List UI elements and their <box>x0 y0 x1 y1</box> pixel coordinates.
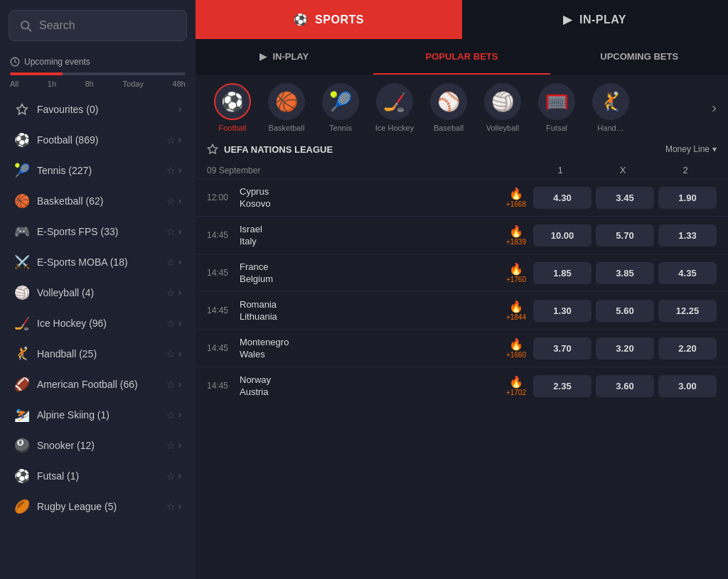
favourite-star-icon[interactable]: ☆ <box>166 226 176 237</box>
favourite-star-icon[interactable]: ☆ <box>166 379 176 390</box>
fire-icon: 🔥 <box>509 375 523 389</box>
favourite-star-icon[interactable]: ☆ <box>166 348 176 359</box>
odds-btn-1[interactable]: 1.30 <box>533 300 592 322</box>
match-teams: CyprusKosovo <box>240 186 499 209</box>
expand-chevron-icon[interactable]: › <box>178 349 181 359</box>
odds-btn-1[interactable]: 4.30 <box>533 187 592 209</box>
sidebar-item-rugby-league[interactable]: 🏉Rugby League (5)☆› <box>4 492 191 521</box>
expand-chevron-icon[interactable]: › <box>178 379 181 389</box>
odds-btn-x[interactable]: 3.85 <box>596 262 654 284</box>
sport-icon-ice-hockey[interactable]: 🏒Ice Hockey <box>369 83 420 132</box>
alpine-skiing-sport-icon: ⛷️ <box>14 407 30 423</box>
sidebar-item-basketball[interactable]: 🏀Basketball (62)☆› <box>4 186 191 216</box>
odds-btn-1[interactable]: 10.00 <box>533 224 592 247</box>
sport-icon-futsal[interactable]: 🥅Futsal <box>531 83 582 132</box>
odds-btn-2[interactable]: 1.33 <box>658 224 717 247</box>
odds-btn-1[interactable]: 3.70 <box>533 337 592 359</box>
sport-icon-handball[interactable]: 🤾Hand… <box>585 83 636 132</box>
futsal-sport-icon: ⚽ <box>14 468 30 484</box>
sidebar-item-volleyball[interactable]: 🏐Volleyball (4)☆› <box>4 278 191 308</box>
favourite-star-icon[interactable]: ☆ <box>166 287 176 298</box>
sidebar-item-american-football[interactable]: 🏈American Football (66)☆› <box>4 369 191 399</box>
odds-btn-x[interactable]: 5.70 <box>596 224 654 247</box>
favourite-star-icon[interactable]: ☆ <box>166 470 176 482</box>
futsal-label: Futsal <box>546 124 567 132</box>
favourite-star-icon[interactable]: ☆ <box>166 165 176 176</box>
favourite-star-icon[interactable]: ☆ <box>166 318 176 329</box>
hot-badge: 🔥+1660 <box>506 337 526 359</box>
expand-chevron-icon[interactable]: › <box>178 227 181 237</box>
subtab-in-play[interactable]: ▶ IN-PLAY <box>196 39 373 75</box>
sport-icon-baseball[interactable]: ⚾Baseball <box>423 83 474 132</box>
expand-chevron-icon[interactable]: › <box>178 196 181 206</box>
match-time: 14:45 <box>207 381 232 391</box>
sport-icon-volleyball[interactable]: 🏐Volleyball <box>477 83 528 132</box>
col-header-2: 2 <box>654 165 717 175</box>
handball-sport-icon: 🤾 <box>14 346 30 362</box>
expand-chevron-icon[interactable]: › <box>178 166 181 175</box>
expand-chevron-icon[interactable]: › <box>178 135 181 145</box>
tab-sports[interactable]: ⚽ SPORTS <box>196 0 462 39</box>
scroll-right-icon[interactable]: › <box>712 99 717 116</box>
odds-btn-2[interactable]: 1.90 <box>658 187 717 209</box>
fire-icon: 🔥 <box>509 224 523 238</box>
expand-chevron-icon[interactable]: › <box>178 440 181 450</box>
expand-chevron-icon[interactable]: › <box>178 288 181 298</box>
expand-chevron-icon[interactable]: › <box>178 318 181 328</box>
sport-icons-row: ⚽Football🏀Basketball🎾Tennis🏒Ice Hockey⚾B… <box>196 75 728 136</box>
time-slider[interactable] <box>10 72 186 75</box>
odds-btn-x[interactable]: 3.60 <box>596 375 654 397</box>
odds-btn-1[interactable]: 2.35 <box>533 375 592 397</box>
subtab-popular-bets[interactable]: POPULAR BETS <box>373 39 551 75</box>
sidebar-item-football[interactable]: ⚽Football (869)☆› <box>4 125 191 155</box>
sidebar-item-ice-hockey[interactable]: 🏒Ice Hockey (96)☆› <box>4 308 191 338</box>
match-date: 09 September <box>207 166 529 175</box>
favourite-star-icon[interactable]: ☆ <box>166 134 176 146</box>
sidebar-item-futsal[interactable]: ⚽Futsal (1)☆› <box>4 461 191 491</box>
date-row: 09 September 1 X 2 <box>196 162 728 178</box>
odds-btn-x[interactable]: 5.60 <box>596 300 654 322</box>
odds-btn-x[interactable]: 3.45 <box>596 187 654 209</box>
odds-btn-2[interactable]: 3.00 <box>658 375 717 397</box>
odds-btn-2[interactable]: 2.20 <box>658 337 717 359</box>
favourite-star-icon[interactable]: ☆ <box>166 501 176 512</box>
favourite-star-icon[interactable]: ☆ <box>166 256 176 268</box>
sports-icon: ⚽ <box>294 13 309 26</box>
odds-btn-2[interactable]: 12.25 <box>658 300 717 322</box>
expand-chevron-icon[interactable]: › <box>178 104 181 114</box>
team-home: Norway <box>240 374 499 385</box>
sidebar-item-snooker[interactable]: 🎱Snooker (12)☆› <box>4 431 191 460</box>
favourite-star-icon[interactable]: ☆ <box>166 440 176 451</box>
expand-chevron-icon[interactable]: › <box>178 502 181 512</box>
sport-icon-basketball[interactable]: 🏀Basketball <box>261 83 312 132</box>
matches-list: 12:00CyprusKosovo🔥+16684.303.451.9014:45… <box>196 178 728 579</box>
sport-icon-football[interactable]: ⚽Football <box>207 83 258 132</box>
match-teams: RomaniaLithuania <box>240 299 499 322</box>
sport-icon-tennis[interactable]: 🎾Tennis <box>315 83 366 132</box>
money-line-selector[interactable]: Money Line ▾ <box>665 144 717 154</box>
main-content: ⚽ SPORTS ▶ IN-PLAY ▶ IN-PLAY POPULAR BET… <box>196 0 728 579</box>
expand-chevron-icon[interactable]: › <box>178 257 181 267</box>
expand-chevron-icon[interactable]: › <box>178 410 181 420</box>
expand-chevron-icon[interactable]: › <box>178 471 181 481</box>
odds-btn-1[interactable]: 1.85 <box>533 262 592 284</box>
favourite-star-icon[interactable]: ☆ <box>166 409 176 421</box>
sidebar-item-alpine-skiing[interactable]: ⛷️Alpine Skiing (1)☆› <box>4 400 191 430</box>
favourites-sport-icon <box>14 102 30 117</box>
odds-btn-2[interactable]: 4.35 <box>658 262 717 284</box>
odds-btn-x[interactable]: 3.20 <box>596 337 654 359</box>
sidebar-item-esports-moba[interactable]: ⚔️E-Sports MOBA (18)☆› <box>4 247 191 277</box>
odds-group: 1.853.854.35 <box>533 262 717 284</box>
favourite-star-icon[interactable]: ☆ <box>166 195 176 207</box>
handball-circle: 🤾 <box>592 83 629 120</box>
match-time: 12:00 <box>207 193 232 202</box>
search-box[interactable]: Search <box>9 10 187 41</box>
sidebar-item-handball[interactable]: 🤾Handball (25)☆› <box>4 339 191 369</box>
tab-in-play[interactable]: ▶ IN-PLAY <box>462 0 729 39</box>
sidebar-item-tennis[interactable]: 🎾Tennis (227)☆› <box>4 156 191 185</box>
hot-badge: 🔥+1760 <box>506 262 526 283</box>
subtab-upcoming-bets[interactable]: UPCOMING BETS <box>550 39 728 75</box>
sidebar-item-esports-fps[interactable]: 🎮E-Sports FPS (33)☆› <box>4 217 191 247</box>
sidebar-item-favourites[interactable]: Favourites (0)› <box>4 94 191 124</box>
basketball-label: Basketball <box>269 124 305 132</box>
